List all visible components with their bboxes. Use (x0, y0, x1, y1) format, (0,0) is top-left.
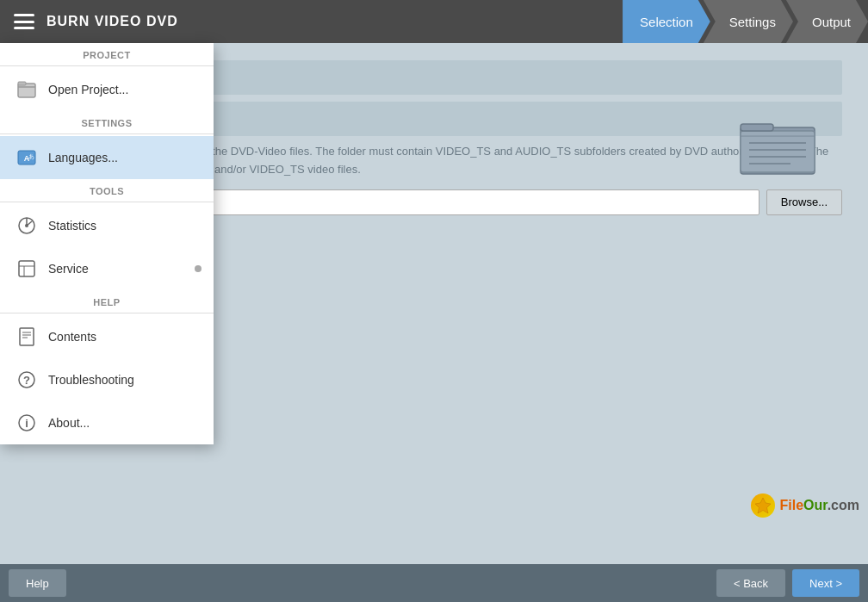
section-label-project: PROJECT (0, 43, 214, 64)
section-label-help: HELP (0, 290, 214, 311)
languages-icon: A あ (14, 145, 40, 171)
svg-text:?: ? (23, 374, 30, 387)
contents-icon (14, 324, 40, 350)
svg-point-14 (25, 224, 28, 227)
svg-rect-18 (20, 328, 34, 345)
about-icon: i (14, 410, 40, 436)
menu-item-about[interactable]: i About... (0, 401, 214, 444)
dropdown-menu: PROJECT Open Project... SETTINGS A あ (0, 43, 214, 444)
service-dot (195, 265, 202, 272)
section-label-settings: SETTINGS (0, 111, 214, 132)
menu-item-languages[interactable]: A あ Languages... (0, 136, 214, 179)
troubleshooting-icon: ? (14, 367, 40, 393)
service-icon (14, 256, 40, 282)
dropdown-overlay: PROJECT Open Project... SETTINGS A あ (0, 0, 868, 602)
open-project-icon (14, 77, 40, 102)
divider-4 (0, 313, 214, 313)
svg-text:i: i (25, 417, 28, 430)
divider-1 (0, 65, 214, 66)
divider-3 (0, 202, 214, 202)
section-label-tools: TOOLS (0, 179, 214, 200)
menu-item-statistics[interactable]: Statistics (0, 204, 214, 247)
menu-item-open-project[interactable]: Open Project... (0, 68, 214, 111)
statistics-icon (14, 213, 40, 239)
svg-text:あ: あ (28, 153, 34, 160)
menu-item-service[interactable]: Service (0, 247, 214, 290)
svg-rect-15 (19, 261, 34, 276)
svg-rect-9 (18, 82, 26, 85)
menu-item-troubleshooting[interactable]: ? Troubleshooting (0, 358, 214, 401)
divider-2 (0, 133, 214, 134)
menu-item-contents[interactable]: Contents (0, 315, 214, 358)
